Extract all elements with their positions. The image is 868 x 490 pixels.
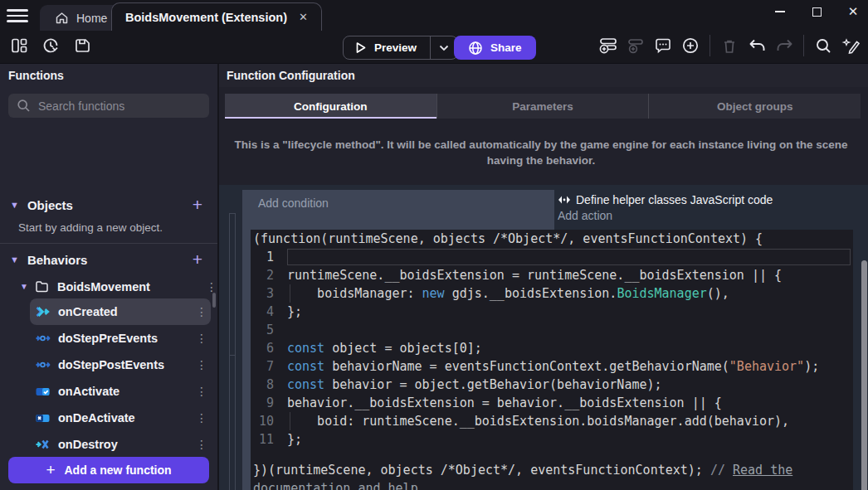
documentation-link[interactable]: Read the: [733, 463, 792, 478]
description-line-1: This is a "lifecycle method". It will be…: [229, 137, 853, 153]
function-item-label: doStepPostEvents: [58, 358, 188, 371]
history-icon[interactable]: [40, 35, 61, 56]
tab-parameters-label: Parameters: [512, 100, 573, 113]
function-item-MoveToPosition[interactable]: MoveToPosition⋮: [30, 484, 211, 490]
tab-configuration-label: Configuration: [294, 100, 367, 113]
add-condition-cell[interactable]: Add condition: [251, 190, 554, 230]
event-indent-tick: [229, 213, 236, 214]
add-action-cell[interactable]: Add action: [558, 206, 853, 222]
play-icon: [354, 41, 367, 54]
code-editor[interactable]: (function(runtimeScene, objects /*Object…: [251, 230, 853, 490]
code-line-content: const behaviorName = eventsFunctionConte…: [287, 357, 853, 376]
tab-object-groups[interactable]: Object groups: [649, 94, 861, 119]
code-line-11: 11};: [251, 430, 853, 449]
function-item-onActivate[interactable]: onActivate⋮: [30, 378, 211, 405]
code-token: BoidsManager: [617, 286, 706, 301]
search-input[interactable]: [38, 99, 201, 113]
add-event-icon[interactable]: [597, 35, 619, 56]
add-sub-event-icon[interactable]: [625, 35, 646, 56]
line-number: 2: [251, 266, 287, 284]
code-line-8: 8const behavior = object.getBehavior(beh…: [251, 376, 853, 394]
code-token: new: [422, 286, 445, 301]
kebab-menu-icon[interactable]: ⋮: [196, 332, 207, 345]
tab-extension-label: BoidsMovement (Extension): [125, 11, 287, 24]
indent-guide: [290, 284, 290, 303]
chevron-down-icon[interactable]: ▼: [20, 282, 28, 291]
kebab-menu-icon[interactable]: ⋮: [196, 358, 207, 371]
behaviors-section-header[interactable]: ▼ Behaviors +: [0, 248, 217, 271]
add-circle-icon[interactable]: [680, 35, 701, 56]
add-function-button[interactable]: + Add a new function: [8, 457, 209, 483]
tab-configuration[interactable]: Configuration: [225, 94, 437, 119]
code-token: behaviorName = eventsFunctionContext.get…: [324, 359, 729, 374]
preview-button[interactable]: Preview: [343, 36, 458, 60]
line-number: 10: [251, 412, 287, 430]
function-item-label: onDestroy: [58, 438, 188, 451]
configuration-tabs: Configuration Parameters Object groups: [225, 94, 861, 119]
minimize-button[interactable]: [773, 5, 787, 18]
title-bar: Home BoidsMovement (Extension) ✕ ✕: [0, 0, 868, 31]
share-label: Share: [490, 41, 522, 54]
kebab-menu-icon[interactable]: ⋮: [206, 280, 217, 294]
tab-parameters[interactable]: Parameters: [437, 94, 650, 119]
code-token: const: [287, 341, 324, 356]
code-footer-line-2: documentation and help: [251, 479, 853, 490]
activate-icon: [35, 385, 51, 398]
function-item-doStepPostEvents[interactable]: doStepPostEvents⋮: [30, 352, 211, 378]
tab-object-groups-label: Object groups: [717, 100, 793, 113]
objects-label: Objects: [27, 198, 179, 212]
js-event-title-row[interactable]: Define helper classes JavaScript code: [558, 190, 853, 206]
line-number: 8: [251, 376, 287, 394]
event-indent-guide: [229, 213, 230, 490]
behavior-group-row[interactable]: ▼ BoidsMovement ⋮: [0, 275, 217, 298]
kebab-menu-icon[interactable]: ⋮: [196, 411, 207, 425]
redo-icon[interactable]: [773, 35, 795, 56]
save-icon[interactable]: [71, 35, 93, 56]
hamburger-menu-icon[interactable]: [7, 7, 28, 24]
tab-close-icon[interactable]: ✕: [299, 11, 308, 23]
deactivate-icon: [35, 411, 51, 425]
line-number: 9: [251, 394, 287, 412]
edit-icon[interactable]: [840, 35, 861, 56]
documentation-link[interactable]: documentation and help: [253, 481, 418, 490]
window-controls: ✕: [773, 5, 860, 18]
chevron-down-icon: [439, 45, 449, 51]
share-button[interactable]: Share: [454, 36, 536, 60]
code-token: );: [804, 359, 819, 374]
add-comment-icon[interactable]: [652, 35, 674, 56]
behavior-created-icon: [35, 305, 51, 318]
kebab-menu-icon[interactable]: ⋮: [196, 305, 207, 318]
tab-extension[interactable]: BoidsMovement (Extension) ✕: [111, 2, 322, 31]
tab-home[interactable]: Home: [40, 5, 122, 31]
project-manager-icon[interactable]: [8, 35, 30, 56]
event-selection-strip[interactable]: [242, 190, 251, 490]
function-item-doStepPreEvents[interactable]: doStepPreEvents⋮: [30, 325, 211, 352]
search-box[interactable]: [8, 94, 209, 118]
behavior-group-label: BoidsMovement: [57, 280, 199, 294]
code-token: (function(runtimeScene, objects /*Object…: [253, 231, 763, 246]
objects-section-header[interactable]: ▼ Objects +: [0, 193, 217, 216]
code-token: object = objects[0];: [324, 341, 482, 356]
line-number: 11: [251, 430, 287, 449]
main-scrollbar[interactable]: [861, 260, 867, 490]
event-indent-guide: [235, 213, 236, 490]
chevron-down-icon[interactable]: ▼: [10, 255, 19, 264]
close-button[interactable]: ✕: [846, 5, 860, 18]
add-behavior-button[interactable]: +: [188, 251, 207, 268]
kebab-menu-icon[interactable]: ⋮: [196, 438, 207, 451]
function-item-onDestroy[interactable]: onDestroy⋮: [30, 431, 211, 458]
search-icon[interactable]: [812, 35, 834, 56]
sidebar-scrollbar[interactable]: [212, 293, 216, 308]
function-item-onDeActivate[interactable]: onDeActivate⋮: [30, 405, 211, 431]
function-item-onCreated[interactable]: onCreated⋮: [30, 298, 211, 325]
undo-icon[interactable]: [746, 35, 768, 56]
trash-icon[interactable]: [719, 35, 740, 56]
toolbar-separator: [710, 35, 710, 56]
add-object-button[interactable]: +: [188, 196, 207, 213]
code-line-content: behavior.__boidsExtension = behavior.__b…: [287, 394, 853, 412]
kebab-menu-icon[interactable]: ⋮: [196, 385, 207, 398]
chevron-down-icon[interactable]: ▼: [10, 200, 19, 210]
maximize-button[interactable]: [810, 5, 823, 18]
code-line-content: };: [287, 430, 853, 449]
description-line-2: having the behavior.: [229, 153, 853, 168]
